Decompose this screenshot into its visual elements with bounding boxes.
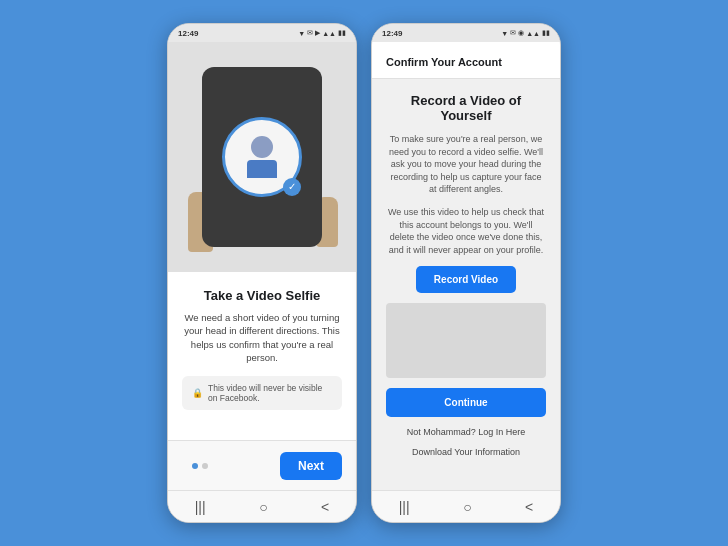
avatar-body [247,160,277,178]
video-preview-placeholder [386,303,546,378]
signal-icon: ▼ [298,30,305,37]
phone-in-hand-illustration [202,67,322,247]
next-button[interactable]: Next [280,452,342,480]
nav-back-icon-r[interactable]: < [525,499,533,515]
privacy-note: 🔒 This video will never be visible on Fa… [182,376,342,410]
mail-icon-r: ✉ [510,29,516,37]
avatar-head [251,136,273,158]
illustration-area [168,42,356,272]
right-main-title: Record a Video of Yourself [386,93,546,123]
left-main-title: Take a Video Selfie [182,288,342,303]
phone-bottom-left: Next [168,440,356,490]
dot-icon-r: ◉ [518,29,524,37]
status-icons-left: ▼ ✉ ▶ ▲▲ ▮▮ [298,29,346,37]
fb-header-title: Confirm Your Account [386,56,502,68]
pagination-dots [192,463,208,469]
left-text-area: Take a Video Selfie We need a short vide… [168,272,356,440]
right-phone: 12:49 ▼ ✉ ◉ ▲▲ ▮▮ Confirm Your Account R… [371,23,561,523]
status-bar-right: 12:49 ▼ ✉ ◉ ▲▲ ▮▮ [372,24,560,42]
nav-menu-icon[interactable]: ||| [195,499,206,515]
right-desc1: To make sure you're a real person, we ne… [386,133,546,196]
fb-header: Confirm Your Account [372,42,560,79]
wifi-icon: ▲▲ [322,30,336,37]
lock-icon: 🔒 [192,388,203,398]
privacy-note-text: This video will never be visible on Face… [208,383,332,403]
right-content-area: Record a Video of Yourself To make sure … [372,79,560,490]
nav-bar-right: ||| ○ < [372,490,560,522]
nav-bar-left: ||| ○ < [168,490,356,522]
record-video-button[interactable]: Record Video [416,266,516,293]
nav-back-icon[interactable]: < [321,499,329,515]
right-desc2: We use this video to help us check that … [386,206,546,256]
left-main-desc: We need a short video of you turning you… [182,311,342,364]
signal-icon-r: ▼ [501,30,508,37]
nav-home-icon[interactable]: ○ [259,499,267,515]
avatar-illustration [247,136,277,178]
battery-icon: ▮▮ [338,29,346,37]
download-info-link[interactable]: Download Your Information [386,447,546,457]
continue-button[interactable]: Continue [386,388,546,417]
face-circle [222,117,302,197]
nav-home-icon-r[interactable]: ○ [463,499,471,515]
battery-icon-r: ▮▮ [542,29,550,37]
status-bar-left: 12:49 ▼ ✉ ▶ ▲▲ ▮▮ [168,24,356,42]
not-user-link[interactable]: Not Mohammad? Log In Here [386,427,546,437]
status-icons-right: ▼ ✉ ◉ ▲▲ ▮▮ [501,29,550,37]
nav-menu-icon-r[interactable]: ||| [399,499,410,515]
dot-1 [192,463,198,469]
time-left: 12:49 [178,29,198,38]
time-right: 12:49 [382,29,402,38]
mail-icon: ✉ [307,29,313,37]
left-phone: 12:49 ▼ ✉ ▶ ▲▲ ▮▮ [167,23,357,523]
dot-2 [202,463,208,469]
play-icon: ▶ [315,29,320,37]
wifi-icon-r: ▲▲ [526,30,540,37]
